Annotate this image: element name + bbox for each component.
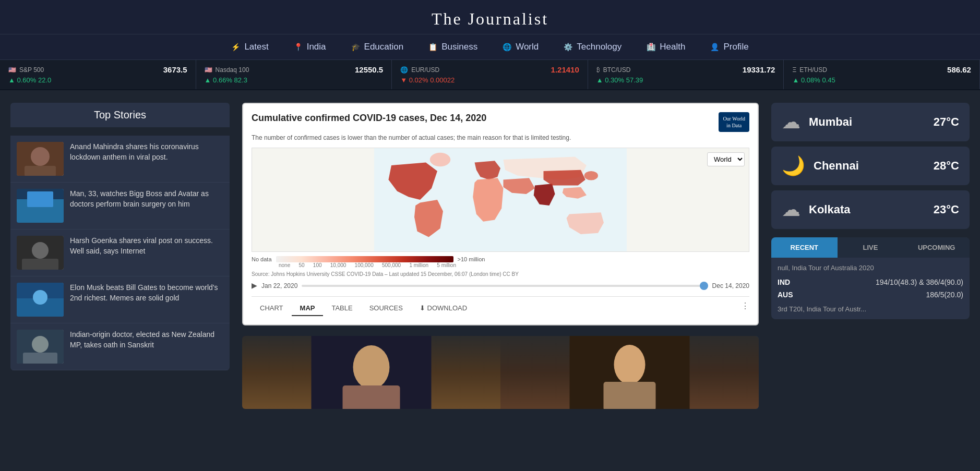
svg-point-16 bbox=[430, 153, 451, 166]
nav-latest-label: Latest bbox=[244, 42, 268, 52]
covid-chart-widget: Cumulative confirmed COVID-19 cases, Dec… bbox=[242, 103, 759, 325]
ticker-sp500-name: 🇺🇸 S&P 500 bbox=[8, 66, 44, 74]
weather-kolkata: ☁ Kolkata 23°C bbox=[771, 190, 970, 229]
up-arrow-icon4: ▲ bbox=[792, 76, 799, 84]
svg-rect-5 bbox=[27, 191, 53, 207]
covid-map-svg bbox=[252, 148, 749, 251]
ticker-ethusd-change: ▲ 0.08% 0.45 bbox=[792, 76, 835, 84]
health-icon: 🏥 bbox=[647, 43, 655, 51]
nav-health[interactable]: 🏥 Health bbox=[647, 42, 685, 52]
ticker-eurusd[interactable]: 🌐 EUR/USD 1.21410 ▼ 0.02% 0.00022 bbox=[392, 60, 588, 89]
person-image-2 bbox=[500, 336, 759, 409]
city-chennai: Chennai bbox=[814, 159, 925, 173]
cricket-tab-recent[interactable]: RECENT bbox=[771, 237, 838, 258]
play-button[interactable]: ▶ bbox=[252, 281, 257, 290]
story-item-1[interactable]: Anand Mahindra shares his coronavirus lo… bbox=[10, 136, 230, 183]
ticker-sp500[interactable]: 🇺🇸 S&P 500 3673.5 ▲ 0.60% 22.0 bbox=[0, 60, 196, 89]
covid-map-area: World bbox=[252, 148, 749, 252]
nav-education[interactable]: 🎓 Education bbox=[351, 42, 404, 52]
nav-latest[interactable]: ⚡ Latest bbox=[231, 42, 268, 52]
ticker-eurusd-change: ▼ 0.02% 0.00022 bbox=[400, 76, 455, 84]
ticker-nasdaq[interactable]: 🇺🇸 Nasdaq 100 12550.5 ▲ 0.66% 82.3 bbox=[196, 60, 392, 89]
up-arrow-icon: ▲ bbox=[8, 76, 15, 84]
ticker-nasdaq-name: 🇺🇸 Nasdaq 100 bbox=[205, 66, 249, 74]
nav-technology[interactable]: ⚙️ Technology bbox=[564, 42, 622, 52]
tab-map[interactable]: MAP bbox=[292, 301, 324, 316]
story-title-5: Indian-origin doctor, elected as New Zea… bbox=[70, 330, 223, 350]
tab-chart[interactable]: CHART bbox=[252, 301, 292, 316]
education-icon: 🎓 bbox=[351, 43, 360, 51]
globe-icon: 🌐 bbox=[503, 43, 511, 51]
tab-table[interactable]: TABLE bbox=[323, 301, 361, 316]
temp-chennai: 28°C bbox=[934, 159, 959, 173]
covid-timeline: ▶ Jan 22, 2020 Dec 14, 2020 bbox=[252, 281, 749, 290]
svg-rect-23 bbox=[604, 382, 656, 409]
nav-india-label: India bbox=[307, 42, 326, 52]
covid-chart-title: Cumulative confirmed COVID-19 cases, Dec… bbox=[252, 112, 719, 124]
covid-legend: No data >10 million none 50 100 10,000 1… bbox=[252, 256, 749, 268]
temp-mumbai: 27°C bbox=[934, 115, 959, 129]
lightning-icon: ⚡ bbox=[231, 43, 240, 51]
score-ind: 194/10(48.3) & 386/4(90.0) bbox=[876, 278, 963, 286]
svg-point-19 bbox=[353, 345, 390, 389]
tab-download[interactable]: ⬇ DOWNLOAD bbox=[411, 301, 475, 316]
ticker-ethusd[interactable]: Ξ ETH/USD 586.62 ▲ 0.08% 0.45 bbox=[784, 60, 980, 89]
story-title-1: Anand Mahindra shares his coronavirus lo… bbox=[70, 142, 223, 162]
owid-badge: Our World in Data bbox=[719, 112, 749, 132]
share-icon[interactable]: ⋮ bbox=[741, 301, 749, 316]
stories-list: Anand Mahindra shares his coronavirus lo… bbox=[10, 136, 230, 370]
weather-mumbai: ☁ Mumbai 27°C bbox=[771, 103, 970, 141]
match-title-1: null, India Tour of Australia 2020 bbox=[778, 264, 963, 272]
ticker-btcusd[interactable]: ₿ BTC/USD 19331.72 ▲ 0.30% 57.39 bbox=[588, 60, 784, 89]
legend-gradient bbox=[276, 256, 453, 262]
date-end: Dec 14, 2020 bbox=[712, 282, 749, 289]
temp-kolkata: 23°C bbox=[934, 203, 959, 216]
svg-point-11 bbox=[33, 290, 47, 305]
nav-education-label: Education bbox=[364, 42, 404, 52]
cloud-icon-mumbai: ☁ bbox=[782, 111, 800, 133]
svg-rect-20 bbox=[343, 385, 400, 409]
eth-icon: Ξ bbox=[792, 66, 796, 74]
person-image-1 bbox=[242, 336, 500, 409]
world-select[interactable]: World bbox=[707, 152, 745, 166]
story-item-4[interactable]: Elon Musk beats Bill Gates to become wor… bbox=[10, 276, 230, 323]
nav-technology-label: Technology bbox=[577, 42, 622, 52]
cricket-section: RECENT LIVE UPCOMING null, India Tour of… bbox=[771, 237, 970, 319]
nav-profile-label: Profile bbox=[723, 42, 748, 52]
score-row-ind: IND 194/10(48.3) & 386/4(90.0) bbox=[778, 276, 963, 288]
covid-source: Source: Johns Hopkins University CSSE CO… bbox=[252, 271, 749, 277]
cloud-icon-chennai: 🌙 bbox=[782, 155, 805, 177]
story-thumb-4 bbox=[17, 283, 64, 317]
cricket-tab-live[interactable]: LIVE bbox=[838, 237, 904, 258]
team-aus: AUS bbox=[778, 291, 793, 299]
story-title-4: Elon Musk beats Bill Gates to become wor… bbox=[70, 283, 223, 303]
nav-profile[interactable]: 👤 Profile bbox=[710, 42, 748, 52]
city-mumbai: Mumbai bbox=[809, 115, 925, 129]
nav-business[interactable]: 📋 Business bbox=[428, 42, 477, 52]
center-content: Cumulative confirmed COVID-19 cases, Dec… bbox=[242, 103, 759, 409]
story-thumb-5 bbox=[17, 330, 64, 364]
nav-world-label: World bbox=[516, 42, 539, 52]
btc-icon: ₿ bbox=[596, 66, 600, 74]
sidebar-right: ☁ Mumbai 27°C 🌙 Chennai 28°C ☁ Kolkata 2… bbox=[771, 103, 970, 409]
story-thumb-3 bbox=[17, 236, 64, 270]
svg-rect-2 bbox=[25, 166, 56, 176]
nav-india[interactable]: 📍 India bbox=[294, 42, 326, 52]
cricket-tab-upcoming[interactable]: UPCOMING bbox=[903, 237, 970, 258]
ticker-nasdaq-value: 12550.5 bbox=[355, 65, 383, 74]
date-start: Jan 22, 2020 bbox=[261, 282, 297, 289]
tab-sources[interactable]: SOURCES bbox=[361, 301, 411, 316]
story-item-2[interactable]: Man, 33, watches Bigg Boss and Avatar as… bbox=[10, 183, 230, 230]
up-arrow-icon2: ▲ bbox=[205, 76, 211, 84]
team-ind: IND bbox=[778, 278, 790, 286]
pin-icon: 📍 bbox=[294, 43, 303, 51]
story-title-2: Man, 33, watches Bigg Boss and Avatar as… bbox=[70, 189, 223, 209]
ticker-ethusd-name: Ξ ETH/USD bbox=[792, 66, 827, 74]
story-item-3[interactable]: Harsh Goenka shares viral post on succes… bbox=[10, 230, 230, 276]
sidebar-left: Top Stories Anand Mahindra shares his co… bbox=[10, 103, 230, 409]
story-title-3: Harsh Goenka shares viral post on succes… bbox=[70, 236, 223, 256]
timeline-thumb[interactable] bbox=[700, 282, 708, 290]
story-item-5[interactable]: Indian-origin doctor, elected as New Zea… bbox=[10, 323, 230, 370]
timeline-track[interactable] bbox=[302, 285, 708, 287]
nav-world[interactable]: 🌐 World bbox=[503, 42, 539, 52]
